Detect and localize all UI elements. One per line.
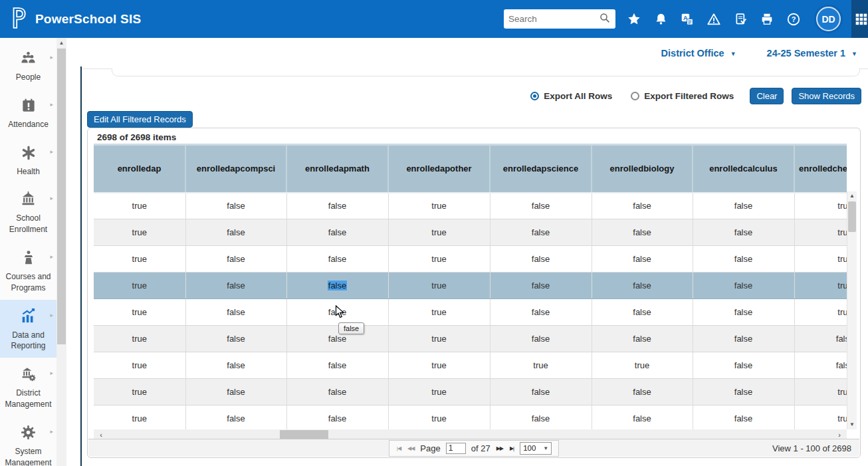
column-header-enrolledbiology[interactable]: enrolledbiology	[592, 145, 693, 193]
grid-cell[interactable]: true	[388, 219, 490, 246]
grid-cell[interactable]: true	[388, 299, 490, 326]
search-input[interactable]	[508, 14, 599, 24]
grid-cell[interactable]: false	[185, 246, 286, 273]
sidebar-item-school-enrollment[interactable]: School Enrollment▸	[0, 183, 56, 241]
next-page-button[interactable]: ▶▶	[496, 445, 504, 451]
grid-cell[interactable]: false	[592, 219, 693, 246]
scroll-down-icon[interactable]: ▼	[847, 420, 857, 429]
grid-cell[interactable]: true	[388, 352, 490, 379]
grid-cell[interactable]: false	[693, 326, 794, 352]
grid-cell[interactable]: true	[94, 193, 185, 219]
column-header-enrolledapmath[interactable]: enrolledapmath	[286, 145, 388, 193]
grid-cell[interactable]: false	[185, 352, 286, 379]
search-icon[interactable]	[599, 12, 611, 27]
previous-page-button[interactable]: ◀◀	[407, 445, 415, 451]
table-row[interactable]: truefalsefalsetruefalsefalsefalsefalse	[94, 326, 847, 352]
grid-cell[interactable]: true	[388, 406, 490, 430]
grid-cell[interactable]: false	[286, 219, 388, 246]
grid-cell[interactable]: false	[490, 219, 592, 246]
export-filtered-rows-radio[interactable]: Export Filtered Rows	[631, 91, 734, 101]
table-row[interactable]: truefalsefalsetruefalsefalsefalsetrue	[94, 406, 847, 430]
table-row-selected[interactable]: truefalsefalsetruefalsefalsefalsetrue	[94, 273, 847, 299]
sidebar-scrollbar[interactable]: ▲	[56, 38, 66, 466]
page-number-input[interactable]	[446, 443, 466, 454]
column-header-enrolledap[interactable]: enrolledap	[94, 145, 185, 193]
apps-grid-icon[interactable]	[851, 0, 868, 38]
sidebar-scrollbar-thumb[interactable]	[57, 49, 66, 344]
help-icon[interactable]: ?	[786, 11, 802, 27]
column-header-enrolledapscience[interactable]: enrolledapscience	[490, 145, 592, 193]
grid-cell[interactable]: false	[286, 273, 388, 299]
scroll-up-icon[interactable]: ▲	[56, 38, 66, 48]
last-page-button[interactable]: ▶|	[509, 445, 514, 451]
grid-cell[interactable]: false	[185, 193, 286, 219]
page-size-select[interactable]: 100 ▼	[520, 442, 552, 455]
grid-cell[interactable]: false	[490, 326, 592, 352]
grid-cell[interactable]: false	[286, 246, 388, 273]
scroll-up-icon[interactable]: ▲	[847, 191, 857, 201]
clear-button[interactable]: Clear	[750, 88, 784, 104]
grid-cell[interactable]: true	[94, 379, 185, 406]
grid-cell[interactable]: true	[388, 326, 490, 352]
alerts-warning-icon[interactable]	[706, 11, 722, 27]
grid-cell[interactable]: false	[592, 246, 693, 273]
grid-cell[interactable]: true	[94, 352, 185, 379]
sidebar-item-people[interactable]: People▸	[0, 42, 56, 89]
grid-cell[interactable]: false	[693, 379, 794, 406]
grid-cell[interactable]: false	[794, 326, 847, 352]
grid-cell[interactable]: false	[592, 299, 693, 326]
table-row[interactable]: truefalsefalsetruefalsefalsefalsetrue	[94, 379, 847, 406]
grid-cell[interactable]: false	[693, 219, 794, 246]
translate-icon[interactable]: A	[679, 11, 695, 27]
grid-cell[interactable]: true	[794, 299, 847, 326]
grid-cell[interactable]: false	[693, 193, 794, 219]
radio-unselected-icon[interactable]	[631, 92, 639, 100]
grid-cell[interactable]: false	[286, 406, 388, 430]
table-row[interactable]: truefalsefalsetruefalsefalsefalsetrue	[94, 299, 847, 326]
grid-cell[interactable]: false	[286, 352, 388, 379]
grid-cell[interactable]: true	[592, 352, 693, 379]
export-all-rows-radio[interactable]: Export All Rows	[530, 91, 612, 101]
user-avatar[interactable]: DD	[816, 7, 841, 31]
grid-cell[interactable]: false	[185, 326, 286, 352]
table-row[interactable]: truefalsefalsetruetruetruefalsefalse	[94, 352, 847, 379]
column-header-enrolledapcompsci[interactable]: enrolledapcompsci	[185, 145, 286, 193]
first-page-button[interactable]: |◀	[396, 445, 401, 451]
grid-cell[interactable]: false	[592, 406, 693, 430]
grid-cell[interactable]: false	[592, 273, 693, 299]
table-row[interactable]: truefalsefalsetruefalsefalsefalsetrue	[94, 246, 847, 273]
sidebar-item-data-and-reporting[interactable]: Data and Reporting▸	[0, 300, 56, 358]
column-header-enrolledapother[interactable]: enrolledapother	[388, 145, 490, 193]
grid-cell[interactable]: false	[490, 246, 592, 273]
grid-cell[interactable]: true	[94, 219, 185, 246]
horizontal-scrollbar-thumb[interactable]	[280, 430, 328, 439]
grid-cell[interactable]: false	[592, 326, 693, 352]
favorites-star-icon[interactable]	[626, 11, 642, 27]
sidebar-item-system-management[interactable]: System Management▸	[0, 416, 56, 466]
brand[interactable]: PowerSchool SIS	[9, 6, 141, 33]
grid-cell[interactable]: true	[794, 193, 847, 219]
grid-cell[interactable]: true	[794, 406, 847, 430]
sidebar-item-attendance[interactable]: Attendance▸	[0, 89, 56, 136]
grid-cell[interactable]: false	[693, 273, 794, 299]
sidebar-item-district-management[interactable]: District Management▸	[0, 358, 56, 416]
table-row[interactable]: truefalsefalsetruefalsefalsefalsetrue	[94, 193, 847, 219]
grid-cell[interactable]: false	[693, 352, 794, 379]
grid-cell[interactable]: false	[794, 352, 847, 379]
grid-cell[interactable]: false	[185, 299, 286, 326]
grid-cell[interactable]: true	[388, 379, 490, 406]
grid-cell[interactable]: false	[490, 299, 592, 326]
grid-cell[interactable]: true	[94, 326, 185, 352]
reports-clipboard-icon[interactable]	[732, 11, 748, 27]
grid-cell[interactable]: true	[94, 273, 185, 299]
grid-cell[interactable]: true	[794, 246, 847, 273]
print-icon[interactable]	[759, 11, 775, 27]
grid-cell[interactable]: false	[490, 406, 592, 430]
grid-cell[interactable]: false	[693, 246, 794, 273]
grid-cell[interactable]: true	[794, 219, 847, 246]
grid-cell[interactable]: true	[490, 352, 592, 379]
grid-cell[interactable]: true	[94, 406, 185, 430]
grid-cell[interactable]: false	[592, 379, 693, 406]
grid-cell[interactable]: false	[490, 273, 592, 299]
column-header-enrolledcalculus[interactable]: enrolledcalculus	[693, 145, 794, 193]
